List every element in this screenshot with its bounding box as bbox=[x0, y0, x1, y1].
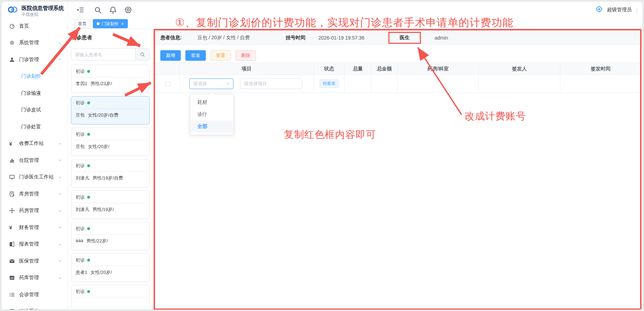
patient-name: 刘潇凡 bbox=[76, 206, 89, 213]
annotation-note-copy: 复制红色框内容即可 bbox=[284, 128, 376, 141]
sidebar-item[interactable]: 门诊划价 bbox=[1, 68, 67, 85]
sidebar-item[interactable]: 门诊管理 bbox=[1, 51, 67, 68]
doctor-value: admin bbox=[435, 30, 448, 45]
table-header: 项目状态总量总金额药房/科室签发人签发时间 bbox=[156, 63, 641, 75]
image-icon bbox=[9, 275, 16, 281]
search-icon[interactable] bbox=[94, 6, 102, 14]
card-divider bbox=[76, 171, 145, 172]
tab-close-icon[interactable]: × bbox=[121, 21, 124, 27]
sidebar-item[interactable]: 首页 bbox=[1, 18, 67, 35]
type-select[interactable]: 请选择 bbox=[189, 78, 233, 89]
patient-search bbox=[71, 48, 150, 60]
chevron-down-icon bbox=[58, 259, 62, 263]
patient-info-label: 患者信息: bbox=[160, 30, 182, 45]
visit-type-label: 初诊 bbox=[76, 131, 85, 137]
sidebar-item[interactable]: 报表管理 bbox=[1, 236, 67, 253]
chevron-down-icon bbox=[58, 175, 62, 179]
tab[interactable]: 首页 bbox=[74, 19, 90, 28]
sidebar-item[interactable]: 门诊医生工作站 bbox=[1, 169, 67, 186]
topbar-divider: | bbox=[636, 7, 638, 13]
sidebar-item[interactable]: 库房管理 bbox=[1, 186, 67, 203]
sidebar-item[interactable]: 系统管理 bbox=[1, 35, 67, 52]
visit-type-label: 初诊 bbox=[76, 288, 85, 295]
menu-fold-icon[interactable] bbox=[76, 6, 84, 14]
revoke-button[interactable]: 签退 bbox=[210, 50, 231, 61]
item-search-input[interactable] bbox=[240, 78, 302, 89]
patient-meta: 男性/22岁/ bbox=[87, 238, 108, 244]
tabs: 首页门诊划价× bbox=[74, 19, 128, 28]
patient-card[interactable]: 初诊患者1女性/20岁/ bbox=[71, 253, 150, 282]
sidebar-item[interactable]: 医保管理 bbox=[1, 253, 67, 270]
sidebar-item[interactable]: 门诊处置 bbox=[1, 118, 67, 135]
chevron-down-icon bbox=[58, 242, 62, 246]
sidebar-item-label: 门诊处置 bbox=[21, 124, 41, 130]
dropdown-option[interactable]: 诊疗 bbox=[190, 108, 233, 121]
patient-panel-title: 现诊患者 bbox=[71, 34, 153, 41]
sidebar-item-label: 会诊管理 bbox=[19, 292, 39, 298]
status-dot bbox=[87, 164, 90, 167]
issue-button[interactable]: 签发 bbox=[185, 50, 206, 61]
brand: 医院信息管理系统 中联医院 bbox=[1, 1, 67, 18]
content-bottom-divider bbox=[153, 307, 643, 308]
sidebar-item[interactable]: 药库管理 bbox=[1, 270, 67, 287]
chevron-down-icon bbox=[58, 158, 62, 162]
dropdown-options: 耗材诊疗全部 bbox=[190, 96, 233, 133]
sidebar-item[interactable]: 药房管理 bbox=[1, 203, 67, 219]
add-button[interactable]: 新增 bbox=[160, 50, 181, 61]
sidebar-item[interactable]: ¥财务管理 bbox=[1, 219, 67, 236]
user-info[interactable]: 超级管理员 | bbox=[595, 1, 638, 18]
visit-type-label: 初诊 bbox=[76, 257, 85, 263]
issue-time-cell bbox=[560, 75, 641, 93]
chevron-down-icon bbox=[58, 192, 62, 196]
status-badge: 待签发 bbox=[320, 79, 339, 88]
patient-search-input[interactable] bbox=[71, 49, 135, 60]
amount-cell bbox=[371, 75, 398, 93]
patient-panel: 现诊患者 初诊李四1男性/23岁/初诊豆包女性/20岁/自费初诊豆包女性/20岁… bbox=[68, 29, 153, 307]
patient-card[interactable]: 初诊aaa男性/22岁/ bbox=[71, 222, 150, 250]
sidebar-item[interactable]: 维护系统 bbox=[1, 303, 67, 310]
chevron-down-icon bbox=[58, 41, 62, 45]
card-divider bbox=[76, 77, 145, 77]
sidebar-item[interactable]: 门诊皮试 bbox=[1, 102, 67, 119]
patient-name: 李四1 bbox=[76, 81, 87, 87]
tool-icon bbox=[9, 309, 16, 310]
hospital-name: 中联医院 bbox=[22, 12, 64, 18]
list-icon bbox=[9, 292, 16, 298]
patient-card[interactable]: 初诊 bbox=[71, 285, 150, 307]
type-select-placeholder: 请选择 bbox=[193, 81, 207, 87]
dropdown-option[interactable]: 耗材 bbox=[190, 96, 233, 108]
sidebar-item[interactable]: 住院管理 bbox=[1, 152, 67, 169]
sidebar-item-label: 门诊划价 bbox=[21, 73, 41, 80]
patient-card[interactable]: 初诊刘潇凡男性/19岁/自费 bbox=[71, 159, 150, 187]
sidebar-item[interactable]: 门诊输液 bbox=[1, 85, 67, 102]
patient-name: aaa bbox=[76, 238, 83, 244]
patient-meta: 女性/20岁/自费 bbox=[88, 112, 119, 118]
sidebar-item[interactable]: 会诊管理 bbox=[1, 286, 67, 303]
fullscreen-icon[interactable] bbox=[124, 6, 132, 14]
app-logo-icon bbox=[7, 5, 19, 16]
cross-icon bbox=[9, 208, 16, 213]
chevron-down-icon bbox=[58, 225, 62, 229]
user-icon bbox=[9, 57, 16, 63]
tab[interactable]: 门诊划价× bbox=[93, 19, 128, 28]
patient-card[interactable]: 初诊李四1男性/23岁/ bbox=[71, 65, 150, 93]
card-divider bbox=[76, 234, 145, 235]
bell-icon[interactable] bbox=[109, 6, 117, 14]
row-checkbox[interactable] bbox=[165, 81, 170, 86]
patient-name: 刘潇凡 bbox=[76, 175, 89, 181]
patient-card[interactable]: 初诊豆包女性/20岁/自费 bbox=[71, 96, 150, 124]
patient-search-button[interactable] bbox=[135, 49, 149, 60]
dropdown-option[interactable]: 全部 bbox=[190, 121, 233, 133]
sidebar-item[interactable]: ¥收费工作站 bbox=[1, 135, 67, 152]
patient-card[interactable]: 初诊豆包女性/20岁/ bbox=[71, 128, 150, 156]
patient-meta: 男性/19岁/自费 bbox=[93, 175, 123, 181]
annotation-note-top: ①、复制门诊划价的计费功能，实现对门诊患者手术申请单的计费功能 bbox=[175, 16, 513, 30]
visit-type-label: 初诊 bbox=[76, 68, 85, 75]
sidebar-item-label: 库房管理 bbox=[19, 191, 39, 197]
patient-card[interactable]: 初诊刘潇凡男性/19岁/ bbox=[71, 190, 150, 219]
delete-button[interactable]: 删除 bbox=[235, 50, 256, 61]
patient-meta: 男性/23岁/ bbox=[90, 81, 112, 87]
doctor-highlight-box: 医生 bbox=[388, 32, 421, 44]
status-dot bbox=[87, 133, 90, 136]
yen-icon: ¥ bbox=[9, 224, 16, 230]
